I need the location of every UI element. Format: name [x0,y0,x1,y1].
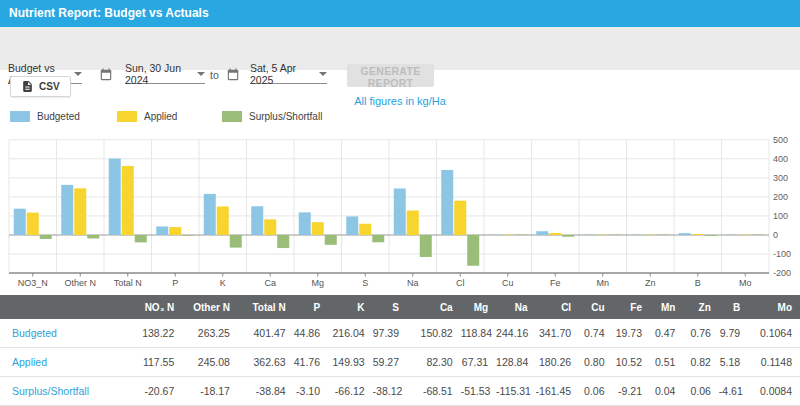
table-cell: 138.22 [134,319,183,348]
bar-applied-total-n [122,166,134,235]
bar-chart: NO3_NOther NTotal NPKCaMgSNaClCuFeMnZnBM… [0,135,800,293]
table-cell: 401.47 [238,319,294,348]
x-axis-label: Fe [550,278,561,288]
column-header-fe: Fe [613,295,650,319]
x-axis-label: NO3_N [18,278,48,288]
table-cell: -4.61 [719,377,748,406]
bar-budgeted-total-n [109,159,121,235]
table-row-label[interactable]: Budgeted [0,319,134,348]
table-cell: 0.74 [579,319,612,348]
table-header-row: NO₃ NOther NTotal NPKSCaMgNaClCuFeMnZnBM… [0,295,800,319]
x-axis-label: P [172,278,178,288]
table-cell: 67.31 [461,348,496,377]
table-cell: 117.55 [134,348,183,377]
legend-label: Surplus/Shortfall [249,111,322,122]
column-header-mg: Mg [461,295,496,319]
bar-budgeted-ca [251,206,263,235]
table-cell: 41.76 [294,348,328,377]
calendar-icon[interactable] [226,68,240,82]
y-axis-label: 500 [773,135,788,145]
bar-applied-k [217,206,229,235]
table-cell: -51.53 [461,377,496,406]
bar-budgeted-cl [441,170,453,235]
x-axis-label: K [220,278,226,288]
column-header-ca: Ca [407,295,461,319]
table-cell: 362.63 [238,348,294,377]
table-cell: 5.18 [719,348,748,377]
x-axis-label: Ca [264,278,276,288]
x-axis-label: B [695,278,701,288]
csv-export-button[interactable]: CSV [10,76,71,97]
bar-budgeted-p [156,226,168,235]
bar-budgeted-k [204,194,216,235]
x-axis-label: Zn [645,278,656,288]
table-cell: 180.26 [536,348,580,377]
table-cell: 245.08 [182,348,238,377]
table-cell: -3.10 [294,377,328,406]
generate-report-button[interactable]: GENERATE REPORT [347,64,434,87]
date-from-value: Sun, 30 Jun 2024 [125,62,191,86]
table-cell: 128.84 [496,348,535,377]
bar-surplus-shortfall-fe [562,235,574,237]
table-row-surplus-shortfall: Surplus/Shortfall-20.67-18.17-38.84-3.10… [0,377,800,406]
date-to-value: Sat, 5 Apr 2025 [250,62,313,86]
table-cell: 19.73 [613,319,650,348]
bar-surplus-shortfall-s [372,235,384,242]
table-cell: 341.70 [536,319,580,348]
column-header-total-n: Total N [238,295,294,319]
table-cell: 0.51 [650,348,683,377]
bar-surplus-shortfall-b [705,235,717,236]
table-cell: -66.12 [328,377,373,406]
bar-budgeted-no3-n [14,209,26,235]
legend-swatch [117,111,137,122]
table-row-budgeted: Budgeted138.22263.25401.4744.86216.0497.… [0,319,800,348]
y-axis-label: 200 [773,192,788,202]
x-axis-label: Na [407,278,419,288]
y-axis-label: 300 [773,173,788,183]
bar-budgeted-b [679,233,691,235]
bar-surplus-shortfall-total-n [135,235,147,242]
table-cell: 150.82 [407,319,461,348]
bar-applied-other-n [74,188,86,235]
table-cell: -161.45 [536,377,580,406]
nutrient-table: NO₃ NOther NTotal NPKSCaMgNaClCuFeMnZnBM… [0,295,800,406]
bar-applied-no3-n [27,213,39,235]
bar-budgeted-fe [536,231,548,235]
bar-applied-fe [549,233,561,235]
bar-applied-mg [312,222,324,235]
toolbar: Budget vs Actuals Sun, 30 Jun 2024 to Sa… [0,27,800,70]
table-cell: 59.27 [373,348,407,377]
page-title: Nutrient Report: Budget vs Actuals [9,6,209,20]
table-cell: -20.67 [134,377,183,406]
table-cell: 244.16 [496,319,535,348]
column-header-mn: Mn [650,295,683,319]
chart-legend: BudgetedAppliedSurplus/Shortfall [0,111,800,124]
table-cell: -9.21 [613,377,650,406]
table-cell: 149.93 [328,348,373,377]
bar-surplus-shortfall-mg [325,235,337,245]
table-cell: 44.86 [294,319,328,348]
table-row-label[interactable]: Surplus/Shortfall [0,377,134,406]
table-cell: 0.47 [650,319,683,348]
table-cell: 0.82 [683,348,718,377]
x-axis-label: Cu [502,278,514,288]
table-cell: 0.0084 [748,377,800,406]
column-header-cl: Cl [536,295,580,319]
bar-applied-cl [454,201,466,235]
calendar-icon[interactable] [99,68,113,82]
csv-button-label: CSV [39,81,60,92]
table-cell: 0.06 [683,377,718,406]
date-to-field[interactable]: Sat, 5 Apr 2025 [250,65,327,84]
y-axis-label: 100 [773,211,788,221]
table-cell: 0.80 [579,348,612,377]
column-header-no-n: NO₃ N [134,295,183,319]
bar-budgeted-s [346,216,358,235]
legend-item-budgeted: Budgeted [10,111,80,122]
y-axis-label: 400 [773,154,788,164]
x-axis-label: Mo [739,278,752,288]
date-from-field[interactable]: Sun, 30 Jun 2024 [125,65,205,84]
table-row-label[interactable]: Applied [0,348,134,377]
table-cell: -38.84 [238,377,294,406]
column-header-k: K [328,295,373,319]
bar-budgeted-other-n [61,185,73,235]
